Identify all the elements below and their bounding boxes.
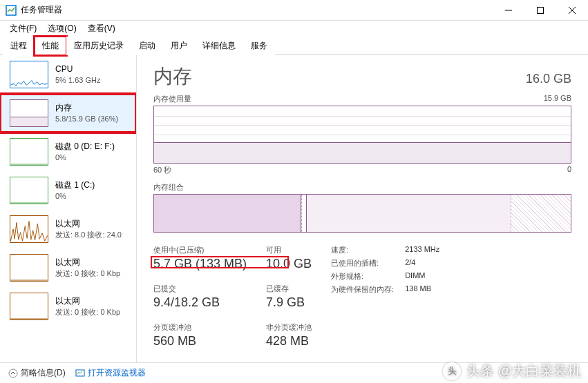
memory-capacity: 16.0 GB (526, 72, 571, 86)
tab-performance[interactable]: 性能 (35, 37, 66, 55)
sidebar-thumb (10, 215, 48, 243)
chart-axis-right: 0 (567, 165, 571, 175)
detail-speed-value: 2133 MHz (405, 245, 439, 255)
footer-bar: 简略信息(D) 打开资源监视器 (0, 362, 588, 383)
chevron-up-icon (8, 369, 18, 378)
tab-app-history[interactable]: 应用历史记录 (66, 37, 131, 55)
memory-stats: 使用中(已压缩)5.7 GB (133 MB) 可用10.0 GB 已提交9.4… (153, 245, 571, 348)
window-titlebar: 任务管理器 (0, 0, 588, 21)
sidebar-item-5[interactable]: 以太网 发送: 0 接收: 0 Kbp (0, 248, 136, 287)
sidebar-thumb (10, 254, 48, 282)
chart-axis-left: 60 秒 (153, 165, 171, 175)
usage-chart-label: 内存使用量 (153, 94, 191, 104)
menu-view[interactable]: 查看(V) (82, 21, 121, 36)
menu-file[interactable]: 文件(F) (4, 21, 42, 36)
close-button[interactable] (556, 0, 588, 21)
monitor-icon (75, 369, 85, 378)
memory-usage-chart[interactable] (153, 106, 571, 164)
tab-processes[interactable]: 进程 (3, 37, 35, 55)
memory-composition-chart[interactable] (153, 194, 571, 233)
fewer-details-link[interactable]: 简略信息(D) (8, 367, 66, 379)
detail-reserved-label: 为硬件保留的内存: (331, 284, 394, 295)
menu-bar: 文件(F) 选项(O) 查看(V) (0, 21, 588, 36)
menu-options[interactable]: 选项(O) (42, 21, 82, 36)
detail-form-label: 外形规格: (331, 271, 394, 282)
sidebar-text: 磁盘 0 (D: E: F:) 0% (55, 141, 115, 162)
svg-point-11 (9, 369, 17, 377)
sidebar-thumb (10, 138, 48, 166)
stat-nonpaged: 非分页缓冲池428 MB (266, 322, 312, 348)
open-resmon-link[interactable]: 打开资源监视器 (75, 367, 146, 379)
performance-sidebar: CPU 5% 1.63 GHz 内存 5.8/15.9 GB (36%) 磁盘 … (0, 55, 137, 362)
sidebar-thumb (10, 293, 48, 320)
maximize-button[interactable] (524, 0, 556, 21)
sidebar-item-0[interactable]: CPU 5% 1.63 GHz (0, 55, 136, 94)
stat-cached: 已缓存7.9 GB (266, 284, 312, 310)
tab-users[interactable]: 用户 (163, 37, 195, 55)
stat-committed: 已提交9.4/18.2 GB (153, 284, 247, 310)
stat-in-use: 使用中(已压缩)5.7 GB (133 MB) (153, 245, 247, 271)
stat-paged: 分页缓冲池560 MB (153, 322, 247, 348)
sidebar-text: 以太网 发送: 8.0 接收: 24.0 (55, 219, 122, 239)
sidebar-item-3[interactable]: 磁盘 1 (C:) 0% (0, 171, 136, 210)
tab-details[interactable]: 详细信息 (195, 37, 243, 55)
sidebar-thumb (10, 177, 48, 204)
tab-startup[interactable]: 启动 (131, 37, 163, 55)
sidebar-text: CPU 5% 1.63 GHz (55, 64, 100, 85)
memory-panel: 内存 16.0 GB 内存使用量 15.9 GB 60 秒 0 内存组合 (137, 55, 588, 362)
minimize-button[interactable] (493, 0, 524, 21)
composition-label: 内存组合 (153, 182, 571, 193)
detail-form-value: DIMM (405, 271, 439, 282)
sidebar-item-1[interactable]: 内存 5.8/15.9 GB (36%) (0, 94, 136, 132)
sidebar-text: 以太网 发送: 0 接收: 0 Kbp (55, 257, 120, 278)
tab-bar: 进程 性能 应用历史记录 启动 用户 详细信息 服务 (0, 36, 588, 55)
page-title: 内存 (153, 63, 192, 90)
detail-reserved-value: 138 MB (405, 284, 439, 295)
sidebar-text: 内存 5.8/15.9 GB (36%) (55, 103, 118, 124)
usage-chart-max: 15.9 GB (544, 94, 571, 104)
app-icon (6, 5, 17, 16)
window-title: 任务管理器 (21, 4, 493, 16)
stat-available: 可用10.0 GB (266, 245, 312, 271)
svg-rect-2 (538, 7, 544, 13)
sidebar-item-4[interactable]: 以太网 发送: 8.0 接收: 24.0 (0, 210, 136, 248)
sidebar-thumb (10, 61, 48, 88)
sidebar-text: 以太网 发送: 0 接收: 0 Kbp (55, 296, 120, 317)
svg-rect-5 (10, 117, 47, 126)
detail-slots-value: 2/4 (405, 258, 439, 268)
detail-slots-label: 已使用的插槽: (331, 258, 394, 268)
sidebar-thumb (10, 99, 48, 127)
sidebar-text: 磁盘 1 (C:) 0% (55, 180, 95, 201)
sidebar-item-6[interactable]: 以太网 发送: 0 接收: 0 Kbp (0, 287, 136, 326)
sidebar-item-2[interactable]: 磁盘 0 (D: E: F:) 0% (0, 132, 136, 171)
detail-speed-label: 速度: (331, 245, 394, 255)
tab-services[interactable]: 服务 (243, 37, 275, 55)
